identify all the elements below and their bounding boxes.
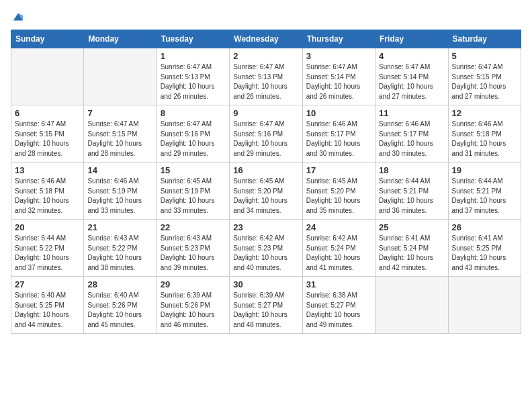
calendar-cell: 1Sunrise: 6:47 AMSunset: 5:13 PMDaylight… [157, 48, 229, 105]
calendar-cell: 4Sunrise: 6:47 AMSunset: 5:14 PMDaylight… [375, 48, 448, 105]
calendar-week-4: 20Sunrise: 6:44 AMSunset: 5:22 PMDayligh… [11, 220, 521, 277]
day-number: 15 [161, 165, 226, 175]
calendar-cell [84, 48, 157, 105]
day-info: Sunrise: 6:47 AMSunset: 5:13 PMDaylight:… [233, 62, 298, 101]
calendar-cell: 17Sunrise: 6:45 AMSunset: 5:20 PMDayligh… [302, 163, 375, 220]
calendar-cell: 29Sunrise: 6:39 AMSunset: 5:26 PMDayligh… [157, 277, 229, 334]
day-info: Sunrise: 6:47 AMSunset: 5:14 PMDaylight:… [379, 62, 444, 101]
calendar-cell: 10Sunrise: 6:46 AMSunset: 5:17 PMDayligh… [302, 105, 375, 163]
calendar-cell: 15Sunrise: 6:45 AMSunset: 5:19 PMDayligh… [157, 163, 229, 220]
day-number: 13 [15, 165, 80, 175]
weekday-header-wednesday: Wednesday [230, 30, 302, 48]
day-number: 7 [87, 108, 152, 118]
day-number: 20 [15, 222, 80, 232]
day-info: Sunrise: 6:39 AMSunset: 5:26 PMDaylight:… [161, 291, 226, 330]
day-info: Sunrise: 6:44 AMSunset: 5:22 PMDaylight:… [15, 234, 80, 273]
logo [11, 11, 24, 24]
day-info: Sunrise: 6:46 AMSunset: 5:18 PMDaylight:… [15, 177, 80, 216]
calendar-cell: 16Sunrise: 6:45 AMSunset: 5:20 PMDayligh… [230, 163, 302, 220]
day-number: 3 [306, 51, 371, 61]
calendar-week-2: 6Sunrise: 6:47 AMSunset: 5:15 PMDaylight… [11, 105, 521, 163]
day-info: Sunrise: 6:44 AMSunset: 5:21 PMDaylight:… [379, 177, 444, 216]
day-number: 19 [452, 165, 517, 175]
logo-icon [12, 11, 24, 23]
day-info: Sunrise: 6:40 AMSunset: 5:25 PMDaylight:… [15, 291, 80, 330]
day-number: 29 [161, 279, 226, 289]
day-number: 21 [87, 222, 152, 232]
day-info: Sunrise: 6:43 AMSunset: 5:22 PMDaylight:… [87, 234, 152, 273]
calendar-cell: 24Sunrise: 6:42 AMSunset: 5:24 PMDayligh… [302, 220, 375, 277]
day-info: Sunrise: 6:46 AMSunset: 5:18 PMDaylight:… [452, 120, 517, 158]
day-number: 25 [379, 222, 444, 232]
day-number: 30 [233, 279, 298, 289]
day-info: Sunrise: 6:41 AMSunset: 5:25 PMDaylight:… [452, 234, 517, 273]
day-info: Sunrise: 6:47 AMSunset: 5:13 PMDaylight:… [161, 62, 226, 101]
weekday-header-friday: Friday [375, 30, 448, 48]
day-number: 2 [233, 51, 298, 61]
day-number: 11 [379, 108, 444, 118]
weekday-header-thursday: Thursday [302, 30, 375, 48]
day-number: 8 [161, 108, 226, 118]
day-info: Sunrise: 6:39 AMSunset: 5:27 PMDaylight:… [233, 291, 298, 330]
calendar-cell [11, 48, 84, 105]
day-info: Sunrise: 6:47 AMSunset: 5:15 PMDaylight:… [15, 120, 80, 158]
day-number: 23 [233, 222, 298, 232]
calendar-cell: 19Sunrise: 6:44 AMSunset: 5:21 PMDayligh… [448, 163, 521, 220]
day-info: Sunrise: 6:38 AMSunset: 5:27 PMDaylight:… [306, 291, 371, 330]
calendar-week-3: 13Sunrise: 6:46 AMSunset: 5:18 PMDayligh… [11, 163, 521, 220]
calendar-cell: 5Sunrise: 6:47 AMSunset: 5:15 PMDaylight… [448, 48, 521, 105]
calendar-cell: 6Sunrise: 6:47 AMSunset: 5:15 PMDaylight… [11, 105, 84, 163]
day-number: 6 [15, 108, 80, 118]
calendar-cell: 28Sunrise: 6:40 AMSunset: 5:26 PMDayligh… [84, 277, 157, 334]
calendar-cell: 3Sunrise: 6:47 AMSunset: 5:14 PMDaylight… [302, 48, 375, 105]
calendar-cell: 31Sunrise: 6:38 AMSunset: 5:27 PMDayligh… [302, 277, 375, 334]
day-info: Sunrise: 6:46 AMSunset: 5:19 PMDaylight:… [87, 177, 152, 216]
day-number: 1 [161, 51, 226, 61]
day-number: 22 [161, 222, 226, 232]
day-number: 5 [452, 51, 517, 61]
day-info: Sunrise: 6:44 AMSunset: 5:21 PMDaylight:… [452, 177, 517, 216]
day-info: Sunrise: 6:46 AMSunset: 5:17 PMDaylight:… [379, 120, 444, 158]
calendar-cell: 26Sunrise: 6:41 AMSunset: 5:25 PMDayligh… [448, 220, 521, 277]
day-info: Sunrise: 6:45 AMSunset: 5:19 PMDaylight:… [161, 177, 226, 216]
calendar-cell: 30Sunrise: 6:39 AMSunset: 5:27 PMDayligh… [230, 277, 302, 334]
day-number: 31 [306, 279, 371, 289]
calendar-cell: 20Sunrise: 6:44 AMSunset: 5:22 PMDayligh… [11, 220, 84, 277]
day-info: Sunrise: 6:47 AMSunset: 5:14 PMDaylight:… [306, 62, 371, 101]
day-number: 24 [306, 222, 371, 232]
day-info: Sunrise: 6:42 AMSunset: 5:24 PMDaylight:… [306, 234, 371, 273]
calendar-cell: 23Sunrise: 6:42 AMSunset: 5:23 PMDayligh… [230, 220, 302, 277]
weekday-header-saturday: Saturday [448, 30, 521, 48]
day-number: 18 [379, 165, 444, 175]
day-number: 16 [233, 165, 298, 175]
day-info: Sunrise: 6:42 AMSunset: 5:23 PMDaylight:… [233, 234, 298, 273]
calendar-cell [448, 277, 521, 334]
day-info: Sunrise: 6:41 AMSunset: 5:24 PMDaylight:… [379, 234, 444, 273]
calendar-week-5: 27Sunrise: 6:40 AMSunset: 5:25 PMDayligh… [11, 277, 521, 334]
calendar-cell: 25Sunrise: 6:41 AMSunset: 5:24 PMDayligh… [375, 220, 448, 277]
day-number: 14 [87, 165, 152, 175]
weekday-header-tuesday: Tuesday [157, 30, 229, 48]
calendar-table: SundayMondayTuesdayWednesdayThursdayFrid… [11, 30, 521, 334]
day-number: 27 [15, 279, 80, 289]
calendar-cell: 18Sunrise: 6:44 AMSunset: 5:21 PMDayligh… [375, 163, 448, 220]
weekday-header-monday: Monday [84, 30, 157, 48]
calendar-cell: 21Sunrise: 6:43 AMSunset: 5:22 PMDayligh… [84, 220, 157, 277]
calendar-cell: 13Sunrise: 6:46 AMSunset: 5:18 PMDayligh… [11, 163, 84, 220]
day-info: Sunrise: 6:47 AMSunset: 5:16 PMDaylight:… [233, 120, 298, 158]
calendar-cell: 9Sunrise: 6:47 AMSunset: 5:16 PMDaylight… [230, 105, 302, 163]
page-header [11, 11, 521, 24]
day-info: Sunrise: 6:47 AMSunset: 5:15 PMDaylight:… [87, 120, 152, 158]
calendar-cell: 7Sunrise: 6:47 AMSunset: 5:15 PMDaylight… [84, 105, 157, 163]
calendar-cell: 11Sunrise: 6:46 AMSunset: 5:17 PMDayligh… [375, 105, 448, 163]
day-number: 4 [379, 51, 444, 61]
calendar-cell: 22Sunrise: 6:43 AMSunset: 5:23 PMDayligh… [157, 220, 229, 277]
day-info: Sunrise: 6:46 AMSunset: 5:17 PMDaylight:… [306, 120, 371, 158]
weekday-header-sunday: Sunday [11, 30, 84, 48]
day-number: 26 [452, 222, 517, 232]
calendar-cell: 27Sunrise: 6:40 AMSunset: 5:25 PMDayligh… [11, 277, 84, 334]
day-number: 9 [233, 108, 298, 118]
day-info: Sunrise: 6:47 AMSunset: 5:16 PMDaylight:… [161, 120, 226, 158]
day-info: Sunrise: 6:47 AMSunset: 5:15 PMDaylight:… [452, 62, 517, 101]
day-number: 10 [306, 108, 371, 118]
